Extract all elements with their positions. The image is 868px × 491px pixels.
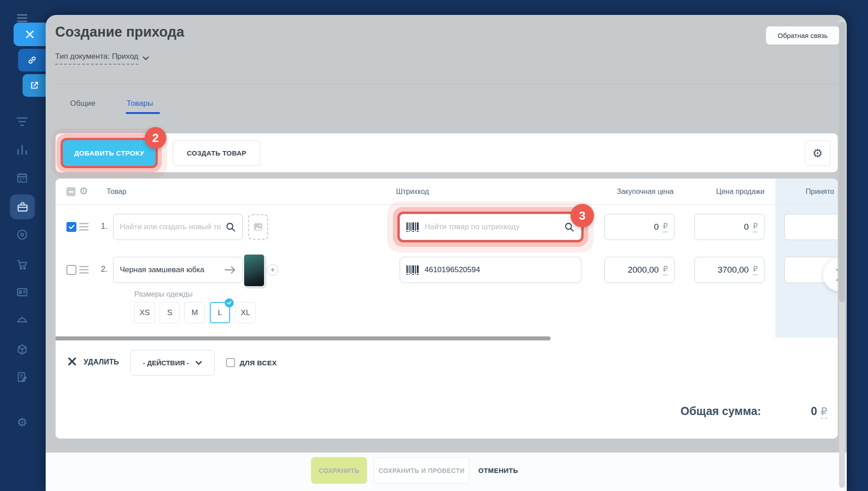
header-border [56, 204, 838, 205]
close-icon[interactable] [14, 23, 46, 46]
actions-dropdown[interactable]: - ДЕЙСТВИЯ - [130, 350, 215, 376]
chevron-down-icon [142, 56, 149, 61]
row1-image-placeholder[interactable] [248, 214, 268, 240]
document-edit-icon[interactable] [16, 371, 28, 383]
delete-button[interactable]: УДАЛИТЬ [84, 358, 119, 366]
search-icon[interactable] [225, 222, 236, 232]
ruble-sign: ₽ [663, 222, 668, 232]
row2-product-photo[interactable] [244, 255, 264, 286]
row2-add-photo-button[interactable]: + [267, 264, 278, 276]
settings-icon[interactable]: ⚙ [16, 416, 28, 429]
feedback-button[interactable]: Обратная связь [766, 26, 840, 45]
barcode-icon [406, 222, 420, 232]
active-tab-underline [126, 112, 160, 114]
size-chip-m[interactable]: M [184, 302, 205, 323]
row1-accepted-field[interactable] [784, 214, 838, 240]
add-row-button[interactable]: ДОБАВИТЬ СТРОКУ [63, 140, 156, 166]
select-all-checkbox[interactable] [66, 187, 75, 196]
cart-icon[interactable] [16, 258, 28, 271]
row1-checkbox[interactable] [66, 222, 76, 232]
ruble-sign: ₽ [753, 222, 758, 232]
row1-product-search-input[interactable] [120, 222, 221, 231]
row2-purchase-price-field[interactable]: 2000,00 ₽ [604, 257, 675, 283]
row1-sale-price-value: 0 [744, 222, 749, 232]
barcode-icon [406, 264, 420, 275]
tab-general[interactable]: Общие [70, 99, 95, 108]
row1-sale-price-field[interactable]: 0 ₽ [694, 214, 764, 240]
column-header-sale-price: Цена продажи [692, 179, 764, 204]
id-card-icon[interactable] [16, 286, 28, 298]
disc-icon[interactable] [16, 228, 28, 241]
link-icon[interactable] [18, 49, 46, 71]
total-sum-value: 0 [811, 405, 817, 418]
row2-sale-price-field[interactable]: 3700,00 ₽ [694, 257, 764, 283]
row1-barcode-search-input[interactable] [425, 222, 559, 231]
external-link-icon[interactable] [23, 74, 46, 97]
briefcase-icon [16, 201, 29, 213]
horizontal-scrollbar[interactable] [56, 336, 551, 340]
row2-barcode-field[interactable] [400, 257, 581, 283]
x-icon [68, 357, 76, 366]
size-chip-xs[interactable]: XS [134, 302, 155, 323]
sizes-label: Размеры одежды [134, 290, 193, 298]
for-all-label: ДЛЯ ВСЕХ [240, 359, 277, 367]
columns-settings-icon[interactable]: ⚙ [79, 185, 88, 197]
row2-index: 2. [87, 264, 108, 274]
vertical-scrollbar-thumb[interactable] [839, 22, 845, 302]
table-settings-button[interactable]: ⚙ [805, 140, 830, 166]
create-product-button[interactable]: СОЗДАТЬ ТОВАР [173, 140, 260, 166]
package-icon[interactable] [16, 343, 28, 356]
row2-checkbox[interactable] [66, 265, 76, 275]
save-button[interactable]: СОХРАНИТЬ [311, 457, 367, 484]
ruble-sign: ₽ [821, 406, 827, 419]
total-sum-label: Общая сумма: [680, 405, 761, 418]
sidebar-item-active[interactable] [10, 194, 35, 219]
delete-icon[interactable] [68, 357, 76, 368]
products-table: ⚙ Товар Штрихкод Закупочная цена Цена пр… [56, 179, 838, 439]
cancel-button[interactable]: ОТМЕНИТЬ [473, 457, 524, 484]
size-chip-s[interactable]: S [160, 302, 180, 323]
size-chip-xl[interactable]: XL [235, 302, 256, 323]
vertical-scrollbar[interactable] [839, 19, 845, 488]
size-chip-l-label: L [218, 308, 222, 317]
selected-check-badge [225, 298, 234, 307]
column-header-product: Товар [107, 179, 127, 204]
row1-purchase-price-field[interactable]: 0 ₽ [604, 214, 675, 240]
save-and-post-button[interactable]: СОХРАНИТЬ И ПРОВЕСТИ [374, 457, 469, 484]
row2-barcode-input[interactable] [425, 265, 575, 274]
document-type-label: Тип документа: Приход [55, 52, 138, 65]
row2-product-field[interactable] [113, 257, 243, 283]
for-all-checkbox[interactable] [226, 358, 235, 367]
row1-product-search-field[interactable] [113, 214, 243, 240]
column-header-barcode: Штрихкод [396, 179, 429, 204]
document-type-selector[interactable]: Тип документа: Приход [55, 52, 149, 65]
chevron-right-icon [836, 269, 838, 281]
total-sum: Общая сумма: 0 ₽ [680, 405, 827, 419]
row1-barcode-search-field[interactable] [400, 214, 581, 240]
modal-footer: СОХРАНИТЬ СОХРАНИТЬ И ПРОВЕСТИ ОТМЕНИТЬ [46, 453, 847, 491]
actions-dropdown-label: - ДЕЙСТВИЯ - [143, 359, 189, 367]
calendar-icon[interactable] [16, 171, 28, 184]
create-receipt-modal: Обратная связь Создание прихода Тип доку… [46, 15, 847, 491]
row2-product-input[interactable] [120, 265, 220, 274]
tab-products[interactable]: Товары [127, 99, 153, 108]
column-header-purchase-price: Закупочная цена [601, 179, 674, 204]
page-title: Создание прихода [55, 24, 184, 40]
filter-icon[interactable] [16, 115, 28, 128]
row1-purchase-price-value: 0 [654, 222, 659, 232]
tour-step-badge-2: 2 [145, 127, 166, 149]
ruble-sign: ₽ [663, 264, 668, 275]
row2-purchase-price-value: 2000,00 [627, 265, 659, 275]
size-chip-l-selected[interactable]: L [210, 302, 230, 323]
check-icon [227, 301, 231, 305]
chevron-down-icon [195, 361, 202, 365]
courier-icon[interactable] [16, 314, 28, 326]
header-divider [55, 84, 838, 84]
toolbar: ДОБАВИТЬ СТРОКУ 2 СОЗДАТЬ ТОВАР ⚙ [56, 133, 838, 172]
bar-chart-icon[interactable] [16, 143, 28, 156]
arrow-right-icon[interactable] [224, 265, 236, 274]
feedback-label: Обратная связь [778, 32, 828, 39]
check-icon [69, 225, 75, 229]
ruble-sign: ₽ [753, 264, 758, 275]
sidebar: ⚙ [0, 0, 46, 491]
